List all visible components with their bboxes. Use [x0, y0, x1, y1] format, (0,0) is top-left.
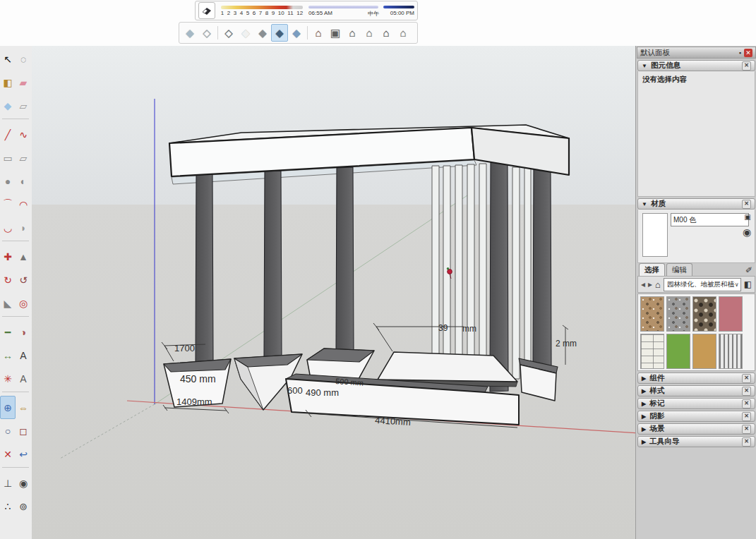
model-canvas[interactable]: 1700 450 mm 1409mm 500 mm 600 490 mm 441… — [32, 46, 635, 539]
tool-text[interactable]: A — [16, 344, 31, 367]
material-name-field[interactable]: M00 色 — [671, 213, 749, 226]
tool-paint-bucket[interactable]: ◧ — [0, 71, 16, 94]
shadow-dialog-icon[interactable] — [198, 2, 215, 19]
tool-axes[interactable]: ✳ — [0, 367, 16, 390]
shadow-date-slider[interactable]: 123456789101112 — [221, 6, 303, 16]
tool-pan[interactable]: ⇔ — [16, 396, 31, 419]
shadow-time-slider[interactable]: 06:55 AM 中午 05:00 PM — [308, 4, 414, 18]
3d-viewport[interactable]: 1700 450 mm 1409mm 500 mm 600 490 mm 441… — [32, 46, 635, 539]
tool-two-point-arc[interactable]: ◠ — [16, 193, 31, 216]
view-front-icon[interactable]: ⌂ — [344, 24, 361, 42]
section-close-icon[interactable]: ✕ — [742, 425, 751, 434]
tool-rotated-rectangle[interactable]: ▱ — [16, 146, 31, 169]
date-gradient-track[interactable] — [221, 6, 303, 9]
tool-3d-text[interactable]: A — [16, 367, 31, 390]
tray-title-bar[interactable]: 默认面板 ▪ ✕ — [637, 47, 756, 59]
hidden-line-mode-icon[interactable]: ◆ — [237, 24, 254, 42]
swatch-fence-bars[interactable] — [719, 334, 743, 369]
tool-look-around[interactable]: ◉ — [16, 471, 31, 495]
tool-position-camera[interactable]: ⊥ — [0, 471, 16, 495]
tool-shape[interactable]: ◆ — [0, 94, 16, 117]
tool-rectangle[interactable]: ▭ — [0, 146, 16, 169]
tool-line[interactable]: ╱ — [0, 123, 16, 146]
tray-section-6[interactable]: ▶工具向导✕ — [637, 436, 755, 447]
shaded-with-textures-mode-icon[interactable]: ◆ — [271, 24, 288, 42]
section-close-icon[interactable]: ✕ — [742, 399, 751, 408]
pin-icon[interactable]: ▪ — [739, 49, 741, 56]
section-close-icon[interactable]: ✕ — [742, 387, 751, 396]
tool-freehand[interactable]: ∿ — [16, 123, 31, 146]
entity-info-close-icon[interactable]: ✕ — [742, 61, 751, 71]
in-model-icon[interactable]: ⌂ — [655, 279, 661, 290]
swatch-gravel-gray[interactable] — [666, 296, 690, 332]
wireframe-mode-icon[interactable]: ◇ — [220, 24, 237, 42]
tray-section-5[interactable]: ▶场景✕ — [637, 423, 755, 435]
tab-select[interactable]: 选择 — [639, 263, 665, 276]
section-target-icon: ⊚ — [19, 501, 28, 512]
tool-follow-me[interactable]: ↺ — [16, 268, 31, 291]
tool-move[interactable]: ✚ — [0, 245, 16, 268]
display-secondary-pane-icon[interactable]: ▣ — [743, 213, 752, 222]
tool-plane[interactable]: ▱ — [16, 94, 31, 117]
tab-edit[interactable]: 编辑 — [666, 263, 692, 276]
time-track[interactable] — [308, 6, 378, 8]
view-left-icon[interactable]: ⌂ — [395, 24, 412, 42]
tool-section-target[interactable]: ⊚ — [16, 495, 31, 518]
tool-polygon[interactable]: ◐ — [16, 169, 31, 193]
view-right-icon[interactable]: ⌂ — [361, 24, 378, 42]
view-iso-icon[interactable]: ⌂ — [310, 24, 327, 42]
paint-bucket-icon[interactable]: ◧ — [744, 279, 752, 289]
swatch-gravel-brown[interactable] — [640, 296, 664, 332]
column-2 — [264, 171, 282, 360]
tool-push-pull[interactable]: ▲ — [16, 245, 31, 268]
tool-three-point-arc[interactable]: ◡ — [0, 216, 16, 239]
swatch-sand-tan[interactable] — [692, 334, 716, 369]
entity-info-header[interactable]: ▼ 图元信息 ✕ — [637, 60, 755, 71]
tool-select[interactable]: ↖ — [0, 47, 16, 71]
materials-header[interactable]: ▼ 材质 ✕ — [637, 198, 755, 210]
tool-zoom[interactable]: ○ — [0, 419, 16, 442]
tool-dimension[interactable]: ↔ — [0, 344, 16, 367]
tool-zoom-extents[interactable]: ✕ — [0, 442, 16, 466]
tool-previous[interactable]: ↩ — [16, 442, 31, 466]
tool-tape-measure[interactable]: ━ — [0, 320, 16, 344]
back-arrow-icon[interactable]: ◂ — [641, 279, 645, 289]
section-close-icon[interactable]: ✕ — [742, 374, 751, 383]
tool-pie[interactable]: ◗ — [16, 216, 31, 239]
swatch-rose-solid[interactable] — [719, 296, 743, 332]
tool-eraser[interactable]: ▰ — [16, 71, 31, 94]
tool-walk[interactable]: ∴ — [0, 495, 16, 518]
tool-offset[interactable]: ◎ — [16, 291, 31, 315]
swatch-pebbles-dark[interactable] — [692, 296, 716, 332]
tool-zoom-window[interactable]: ◻ — [16, 419, 31, 442]
tray-section-4[interactable]: ▶阴影✕ — [637, 411, 755, 422]
tool-rotate[interactable]: ↻ — [0, 268, 16, 291]
tool-orbit[interactable]: ⊕ — [0, 396, 16, 419]
back-edges-mode-icon[interactable]: ◇ — [198, 24, 215, 42]
materials-close-icon[interactable]: ✕ — [742, 200, 751, 209]
tool-arc[interactable]: ⌒ — [0, 193, 16, 216]
swatch-grass-green[interactable] — [666, 334, 690, 369]
tray-close-button[interactable]: ✕ — [744, 49, 752, 57]
tray-section-2[interactable]: ▶样式✕ — [637, 385, 755, 396]
tray-section-3[interactable]: ▶标记✕ — [637, 398, 755, 409]
shaded-mode-icon[interactable]: ◆ — [254, 24, 271, 42]
tool-protractor[interactable]: ◑ — [16, 320, 31, 344]
tool-circle[interactable]: ● — [0, 169, 16, 193]
swatch-pavers-white[interactable] — [640, 334, 664, 369]
monochrome-mode-icon[interactable]: ◆ — [288, 24, 305, 42]
tool-lasso[interactable]: ◌ — [16, 47, 31, 71]
tool-scale[interactable]: ◣ — [0, 291, 16, 315]
view-top-icon[interactable]: ▣ — [327, 24, 344, 42]
time-track-evening[interactable] — [383, 6, 414, 8]
xray-mode-icon[interactable]: ◆ — [181, 24, 198, 42]
view-back-icon[interactable]: ⌂ — [378, 24, 395, 42]
section-close-icon[interactable]: ✕ — [742, 412, 751, 421]
tray-section-1[interactable]: ▶组件✕ — [637, 373, 755, 384]
sample-paint-icon[interactable]: ✐ — [745, 265, 752, 275]
time-start-label: 06:55 AM — [308, 10, 332, 16]
forward-arrow-icon[interactable]: ▸ — [648, 279, 652, 289]
collection-dropdown[interactable]: 园林绿化、地被层和植被 ∨ — [664, 278, 741, 291]
create-material-icon[interactable]: ◉ — [741, 226, 752, 239]
section-close-icon[interactable]: ✕ — [742, 437, 751, 447]
